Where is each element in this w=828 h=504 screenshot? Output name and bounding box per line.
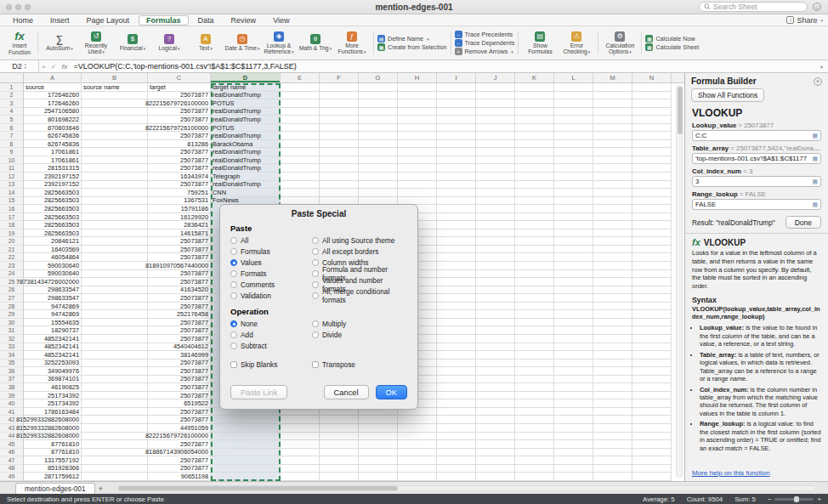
radio-formulas[interactable]: Formulas [230, 246, 312, 257]
cell[interactable] [632, 399, 672, 408]
cell[interactable] [632, 108, 672, 116]
cell[interactable] [554, 465, 593, 473]
cell[interactable] [593, 246, 632, 254]
cell[interactable]: 626745836 [24, 132, 82, 140]
cell[interactable] [398, 132, 437, 140]
cell[interactable] [593, 229, 632, 238]
cell[interactable] [515, 246, 554, 254]
cell[interactable] [632, 83, 672, 92]
cell[interactable] [632, 181, 672, 190]
row-header[interactable]: 10 [0, 156, 24, 165]
cell[interactable] [437, 148, 476, 156]
row-header[interactable]: 20 [0, 237, 24, 246]
radio-multiply[interactable]: Multiply [312, 318, 346, 329]
cell[interactable] [515, 424, 554, 433]
cell[interactable] [593, 262, 632, 270]
cell[interactable] [632, 278, 672, 286]
cell[interactable] [476, 449, 515, 457]
cell[interactable] [82, 310, 148, 319]
cell[interactable] [437, 416, 476, 424]
cell[interactable]: 2825663503 [24, 189, 82, 197]
define-name-button[interactable]: ▤Define Name▾ [377, 35, 447, 42]
row-header[interactable]: 12 [0, 173, 24, 181]
logical-button[interactable]: ?Logical▾ [151, 28, 187, 58]
zoom-in-icon[interactable]: + [817, 496, 821, 503]
row-header[interactable]: 5 [0, 116, 24, 124]
cell[interactable]: 25073877 [148, 335, 211, 343]
cell[interactable] [398, 124, 437, 133]
cell[interactable] [476, 433, 515, 441]
cell[interactable]: 25073877 [148, 303, 211, 311]
cell[interactable] [554, 310, 593, 319]
lookup-reference-button[interactable]: ◈Lookup & Reference▾ [261, 28, 297, 58]
row-header[interactable]: 45 [0, 440, 24, 449]
zoom-slider[interactable] [774, 498, 814, 501]
cell[interactable]: 25073877 [148, 392, 211, 400]
radio-all[interactable]: All [230, 235, 312, 246]
cell[interactable] [632, 253, 672, 262]
cell[interactable]: 787381434726002000 [24, 278, 82, 286]
row-header[interactable]: 7 [0, 132, 24, 140]
cell[interactable] [359, 465, 398, 473]
cell[interactable] [632, 92, 672, 100]
cell[interactable] [398, 440, 437, 449]
cell[interactable] [593, 449, 632, 457]
cell[interactable]: 813286 [148, 140, 211, 149]
cell[interactable] [398, 116, 437, 124]
cell[interactable] [437, 173, 476, 181]
cell[interactable] [515, 229, 554, 238]
cell[interactable] [437, 376, 476, 384]
cell[interactable] [515, 335, 554, 343]
cell[interactable]: 590030640 [24, 270, 82, 279]
cell[interactable] [632, 173, 672, 181]
cell[interactable] [515, 310, 554, 319]
cell[interactable] [82, 343, 148, 352]
cell[interactable] [320, 99, 359, 108]
cell[interactable] [211, 424, 281, 433]
cell[interactable] [593, 124, 632, 133]
row-header[interactable]: 39 [0, 392, 24, 400]
cell[interactable] [82, 303, 148, 311]
cell[interactable] [554, 326, 593, 335]
cell[interactable] [515, 213, 554, 222]
cell[interactable] [82, 416, 148, 424]
cell[interactable] [320, 148, 359, 156]
cell[interactable] [437, 449, 476, 457]
cell[interactable]: 25073877 [148, 148, 211, 156]
cell[interactable]: 2825663503 [24, 229, 82, 238]
cell[interactable]: 25073877 [148, 270, 211, 279]
cell[interactable] [593, 205, 632, 213]
cell[interactable]: 25073877 [148, 456, 211, 465]
cell[interactable] [593, 433, 632, 441]
cell[interactable] [359, 433, 398, 441]
cell[interactable] [554, 303, 593, 311]
calculate-sheet-button[interactable]: ▦Calculate Sheet [645, 43, 699, 51]
cell[interactable]: 25073877 [148, 383, 211, 392]
cell[interactable] [82, 383, 148, 392]
cell[interactable] [437, 424, 476, 433]
cell[interactable] [593, 376, 632, 384]
search-input[interactable]: Search Sheet [699, 2, 808, 12]
cell[interactable] [320, 83, 359, 92]
cell[interactable] [281, 433, 320, 441]
row-header[interactable]: 21 [0, 246, 24, 254]
cell[interactable] [281, 164, 320, 173]
cell[interactable] [398, 416, 437, 424]
cell[interactable] [554, 99, 593, 108]
account-icon[interactable]: ☺ [813, 3, 821, 11]
cell[interactable] [437, 124, 476, 133]
cell[interactable] [476, 270, 515, 279]
cell[interactable]: 90651198 [148, 473, 211, 481]
show-all-functions-button[interactable]: Show All Functions [691, 88, 764, 102]
cell[interactable] [476, 99, 515, 108]
cell[interactable] [320, 164, 359, 173]
cell[interactable] [515, 351, 554, 360]
cell[interactable] [593, 465, 632, 473]
cell[interactable] [82, 433, 148, 441]
cell[interactable]: 25073877 [148, 116, 211, 124]
cell[interactable]: POTUS [211, 99, 281, 108]
cell[interactable] [437, 246, 476, 254]
row-header[interactable]: 32 [0, 335, 24, 343]
zoom-slider-thumb[interactable] [794, 496, 799, 502]
cell[interactable] [398, 189, 437, 197]
